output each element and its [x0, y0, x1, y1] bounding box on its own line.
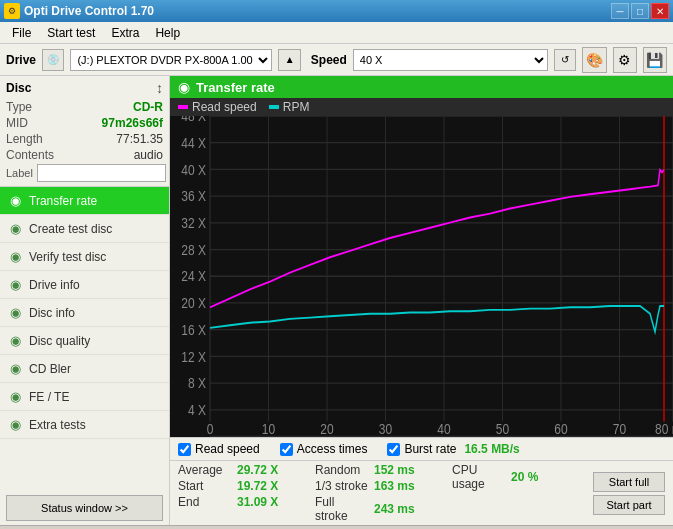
checkbox-row: Read speed Access times Burst rate 16.5 … [170, 438, 673, 461]
burst-rate-value: 16.5 MB/s [464, 442, 519, 456]
legend-rpm: RPM [269, 100, 310, 114]
settings-button[interactable]: ⚙ [613, 47, 637, 73]
verify-test-disc-icon: ◉ [10, 249, 21, 264]
legend-rpm-dot [269, 105, 279, 109]
svg-text:80 min: 80 min [655, 421, 673, 437]
disc-contents-label: Contents [6, 148, 54, 162]
svg-text:70: 70 [613, 421, 627, 437]
disc-section-title: Disc [6, 81, 31, 95]
stats-row: Average 29.72 X Start 19.72 X End 31.09 … [170, 461, 673, 525]
title-bar: ⚙ Opti Drive Control 1.70 ─ □ ✕ [0, 0, 673, 22]
drive-info-icon: ◉ [10, 277, 21, 292]
svg-text:20: 20 [320, 421, 334, 437]
disc-label-label: Label [6, 167, 33, 179]
svg-text:48 X: 48 X [181, 116, 206, 124]
app-icon: ⚙ [4, 3, 20, 19]
nav-fe-te-label: FE / TE [29, 390, 69, 404]
stats-col-middle: Random 152 ms 1/3 stroke 163 ms Full str… [315, 463, 452, 523]
svg-text:28 X: 28 X [181, 241, 206, 258]
right-content: ◉ Transfer rate Read speed RPM [170, 76, 673, 525]
eject-button[interactable]: ▲ [278, 49, 300, 71]
maximize-button[interactable]: □ [631, 3, 649, 19]
menu-help[interactable]: Help [147, 24, 188, 42]
transfer-rate-title: Transfer rate [196, 80, 275, 95]
read-speed-checkbox[interactable] [178, 443, 191, 456]
menu-file[interactable]: File [4, 24, 39, 42]
svg-text:40 X: 40 X [181, 161, 206, 178]
disc-type-value: CD-R [133, 100, 163, 114]
stat-random-label: Random [315, 463, 370, 477]
disc-mid-label: MID [6, 116, 28, 130]
transfer-rate-header: ◉ Transfer rate [170, 76, 673, 98]
stat-random: Random 152 ms [315, 463, 452, 477]
nav-disc-quality[interactable]: ◉ Disc quality [0, 327, 169, 355]
nav-extra-tests-label: Extra tests [29, 418, 86, 432]
svg-text:40: 40 [437, 421, 451, 437]
nav-transfer-rate[interactable]: ◉ Transfer rate [0, 187, 169, 215]
fe-te-icon: ◉ [10, 389, 21, 404]
read-speed-check-label: Read speed [195, 442, 260, 456]
status-bar: Test completed 00:03 [0, 525, 673, 529]
svg-text:44 X: 44 X [181, 134, 206, 151]
start-full-button[interactable]: Start full [593, 472, 665, 492]
nav-drive-info[interactable]: ◉ Drive info [0, 271, 169, 299]
legend-rpm-label: RPM [283, 100, 310, 114]
nav-verify-test-disc-label: Verify test disc [29, 250, 106, 264]
chart-svg: 48 X 44 X 40 X 36 X 32 X 28 X 24 X 20 X … [170, 116, 673, 437]
nav-disc-info[interactable]: ◉ Disc info [0, 299, 169, 327]
menu-bar: File Start test Extra Help [0, 22, 673, 44]
transfer-header-icon: ◉ [178, 79, 190, 95]
svg-text:20 X: 20 X [181, 295, 206, 312]
stats-col-left: Average 29.72 X Start 19.72 X End 31.09 … [178, 463, 315, 523]
close-button[interactable]: ✕ [651, 3, 669, 19]
status-window-button[interactable]: Status window >> [6, 495, 163, 521]
save-button[interactable]: 💾 [643, 47, 667, 73]
disc-mid-value: 97m26s66f [102, 116, 163, 130]
svg-text:24 X: 24 X [181, 268, 206, 285]
minimize-button[interactable]: ─ [611, 3, 629, 19]
disc-expand-arrow[interactable]: ↕ [156, 80, 163, 96]
nav-extra-tests[interactable]: ◉ Extra tests [0, 411, 169, 439]
nav-create-test-disc-label: Create test disc [29, 222, 112, 236]
speed-select[interactable]: 40 X [353, 49, 548, 71]
app-title: Opti Drive Control 1.70 [24, 4, 154, 18]
nav-cd-bler[interactable]: ◉ CD Bler [0, 355, 169, 383]
stat-one-third-value: 163 ms [374, 479, 424, 493]
drive-select[interactable]: (J:) PLEXTOR DVDR PX-800A 1.00 [70, 49, 272, 71]
main-content: Disc ↕ Type CD-R MID 97m26s66f Length 77… [0, 76, 673, 525]
stat-cpu-value: 20 % [511, 470, 561, 484]
nav-create-test-disc[interactable]: ◉ Create test disc [0, 215, 169, 243]
nav-fe-te[interactable]: ◉ FE / TE [0, 383, 169, 411]
refresh-button[interactable]: ↺ [554, 49, 576, 71]
drive-icon-btn[interactable]: 💿 [42, 49, 64, 71]
stat-start-label: Start [178, 479, 233, 493]
disc-info-section: Disc ↕ Type CD-R MID 97m26s66f Length 77… [0, 76, 169, 187]
disc-label-input[interactable] [37, 164, 166, 182]
left-panel: Disc ↕ Type CD-R MID 97m26s66f Length 77… [0, 76, 170, 525]
stat-average: Average 29.72 X [178, 463, 315, 477]
start-part-button[interactable]: Start part [593, 495, 665, 515]
stats-buttons: Start full Start part [589, 463, 665, 523]
disc-contents-value: audio [134, 148, 163, 162]
legend-read-speed-label: Read speed [192, 100, 257, 114]
stat-start: Start 19.72 X [178, 479, 315, 493]
svg-text:8 X: 8 X [188, 375, 206, 392]
stat-end-label: End [178, 495, 233, 509]
access-times-check-item: Access times [280, 442, 368, 456]
stat-end: End 31.09 X [178, 495, 315, 509]
access-times-checkbox[interactable] [280, 443, 293, 456]
menu-start-test[interactable]: Start test [39, 24, 103, 42]
legend-read-speed: Read speed [178, 100, 257, 114]
svg-text:50: 50 [496, 421, 510, 437]
nav-cd-bler-label: CD Bler [29, 362, 71, 376]
nav-verify-test-disc[interactable]: ◉ Verify test disc [0, 243, 169, 271]
stat-cpu: CPU usage 20 % [452, 463, 589, 491]
color-button[interactable]: 🎨 [582, 47, 606, 73]
menu-extra[interactable]: Extra [103, 24, 147, 42]
svg-text:10: 10 [262, 421, 276, 437]
burst-rate-checkbox[interactable] [387, 443, 400, 456]
disc-info-icon: ◉ [10, 305, 21, 320]
nav-drive-info-label: Drive info [29, 278, 80, 292]
chart-legend: Read speed RPM [170, 98, 673, 116]
burst-rate-check-label: Burst rate [404, 442, 456, 456]
